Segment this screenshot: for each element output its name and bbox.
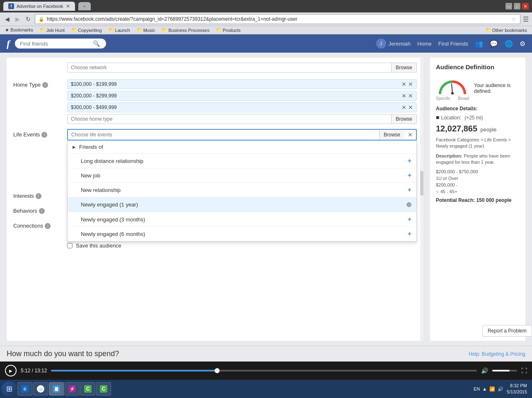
dropdown-item-3[interactable]: Newly engaged (1 year) ⊕ <box>68 197 416 212</box>
income-detail-3: $200,000 - <box>436 182 520 187</box>
job-hunt-folder[interactable]: 📁 Job Hunt <box>38 27 66 33</box>
fb-search-input[interactable] <box>20 41 90 47</box>
item-2-add-button[interactable]: + <box>408 186 411 194</box>
life-events-info-icon[interactable]: i <box>41 132 47 138</box>
folder-label: Other bookmarks <box>492 28 527 33</box>
other-bookmarks-folder[interactable]: 📁 Other bookmarks <box>484 27 529 33</box>
progress-bar[interactable] <box>51 370 477 371</box>
home-type-text-input[interactable] <box>68 114 391 124</box>
active-tab[interactable]: f Advertise on Facebook ✕ <box>3 2 75 11</box>
help-link[interactable]: Help: Budgeting & Pricing <box>469 351 525 357</box>
network-text-input[interactable] <box>68 63 391 72</box>
taskbar-app3[interactable]: C <box>80 382 95 396</box>
tab-close[interactable]: ✕ <box>66 3 70 9</box>
settings-icon[interactable]: ⚙ <box>520 40 525 48</box>
behaviors-info-icon[interactable]: i <box>39 208 45 214</box>
volume-bar[interactable] <box>492 370 517 371</box>
item-5-add-button[interactable]: + <box>408 230 411 238</box>
friends-of-item[interactable]: ▶ Friends of <box>68 141 416 154</box>
play-button[interactable]: ▶ <box>5 365 17 376</box>
fb-search-box[interactable]: 🔍 <box>15 39 106 49</box>
item-1-add-button[interactable]: + <box>408 172 411 179</box>
business-processes-folder[interactable]: 📁 Business Processes <box>160 27 211 33</box>
reload-button[interactable]: ↻ <box>24 15 32 23</box>
price-1-remove-x[interactable]: ✕ <box>401 81 406 87</box>
home-type-browse-button[interactable]: Browse <box>391 114 416 124</box>
folder-label: Job Hunt <box>46 28 65 33</box>
taskbar-ie[interactable]: e <box>17 382 32 396</box>
income-detail-2: 1U or Over <box>436 176 520 181</box>
progress-thumb[interactable] <box>215 368 220 373</box>
item-0-add-button[interactable]: + <box>408 157 411 165</box>
network-browse-button[interactable]: Browse <box>391 63 417 73</box>
menu-icon[interactable]: ☰ <box>523 15 529 23</box>
folder-icon: 📁 <box>137 27 143 33</box>
url-text: https://www.facebook.com/ads/create/?cam… <box>47 16 297 22</box>
dropdown-item-5[interactable]: Newly engaged (6 months) + <box>68 227 416 241</box>
price-2-remove-btn[interactable]: ✕ <box>408 92 413 99</box>
chat-icon[interactable]: 💬 <box>490 40 498 48</box>
back-button[interactable]: ◀ <box>3 15 11 23</box>
minimize-button[interactable]: — <box>505 3 512 10</box>
price-3-remove-x[interactable]: ✕ <box>401 104 406 111</box>
bullet-age-icon: ○ <box>436 189 439 194</box>
dropdown-item-1[interactable]: New job + <box>68 168 416 183</box>
life-events-input[interactable]: Browse ✕ <box>67 129 417 141</box>
friends-icon[interactable]: 👥 <box>475 40 483 48</box>
home-type-input[interactable]: Browse <box>67 114 417 124</box>
taskbar-chrome[interactable]: ◎ <box>33 382 48 396</box>
scrollbar-track <box>420 58 423 341</box>
item-4-label: Newly engaged (3 months) <box>81 216 145 223</box>
home-link[interactable]: Home <box>417 41 432 47</box>
price-1-remove-btn[interactable]: ✕ <box>408 81 413 87</box>
taskbar-app1[interactable]: 📋 <box>49 382 64 396</box>
bottom-section: How much do you want to spend? Help: Bud… <box>0 346 532 362</box>
launch-folder[interactable]: 📁 Launch <box>107 27 132 33</box>
life-events-text-input[interactable] <box>68 130 379 139</box>
item-3-add-button[interactable]: ⊕ <box>406 201 411 209</box>
fullscreen-icon[interactable]: ⛶ <box>521 367 527 374</box>
life-events-close-button[interactable]: ✕ <box>404 130 416 140</box>
item-4-add-button[interactable]: + <box>408 216 411 223</box>
user-nav[interactable]: J Jeremiah <box>376 39 411 49</box>
maximize-button[interactable]: □ <box>514 3 520 10</box>
home-type-info-icon[interactable]: i <box>42 82 48 88</box>
price-1-text: $100,000 - $199,999 <box>71 81 117 87</box>
scrollbar-thumb[interactable] <box>420 171 423 196</box>
search-icon[interactable]: 🔍 <box>93 40 100 47</box>
app2-icon: ⚡ <box>68 385 76 393</box>
interests-info-icon[interactable]: i <box>36 193 41 199</box>
price-2-remove-x[interactable]: ✕ <box>401 92 406 99</box>
find-friends-link[interactable]: Find Friends <box>438 41 468 47</box>
fb-logo: f <box>7 38 10 49</box>
save-audience-checkbox[interactable] <box>67 243 73 248</box>
bookmarks-folder[interactable]: ★ Bookmarks <box>3 27 35 33</box>
close-button[interactable]: ✕ <box>522 3 529 10</box>
globe-icon[interactable]: 🌐 <box>505 40 513 48</box>
life-events-browse-button[interactable]: Browse <box>379 130 404 139</box>
connections-info-icon[interactable]: i <box>45 223 51 229</box>
copywriting-folder[interactable]: 📁 Copywriting <box>70 27 103 33</box>
gauge-labels: Specific Broad <box>436 96 469 101</box>
taskbar-app2[interactable]: ⚡ <box>65 382 80 396</box>
specific-label: Specific <box>436 96 450 101</box>
address-bar[interactable]: 🔒 https://www.facebook.com/ads/create/?c… <box>35 14 520 24</box>
system-clock[interactable]: 8:32 PM 5/13/2015 <box>507 383 527 396</box>
music-folder[interactable]: 📁 Music <box>135 27 157 33</box>
volume-icon[interactable]: 🔊 <box>481 367 488 374</box>
taskbar-app4[interactable]: C <box>96 382 111 396</box>
report-problem-button[interactable]: Report a Problem <box>482 325 532 337</box>
bookmark-star-icon[interactable]: ☆ <box>511 16 517 22</box>
home-type-row: Home Type i $100,000 - $199,999 ✕ ✕ $200… <box>13 79 417 124</box>
new-tab-btn[interactable]: + <box>78 2 91 10</box>
dropdown-item-2[interactable]: New relationship + <box>68 183 416 197</box>
dropdown-item-0[interactable]: Long distance relationship + <box>68 154 416 168</box>
audience-count-unit: people <box>480 126 496 133</box>
title-bar: f Advertise on Facebook ✕ + — □ ✕ <box>0 0 532 12</box>
products-folder[interactable]: 📁 Products <box>214 27 242 33</box>
start-button[interactable]: ⊞ <box>2 381 17 396</box>
dropdown-item-4[interactable]: Newly engaged (3 months) + <box>68 212 416 227</box>
network-input[interactable] <box>67 63 392 73</box>
forward-button[interactable]: ▶ <box>14 15 22 23</box>
price-3-remove-btn[interactable]: ✕ <box>408 104 413 111</box>
